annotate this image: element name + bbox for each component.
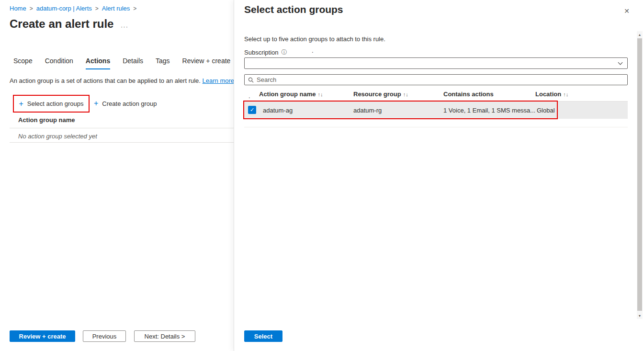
tab-actions[interactable]: Actions <box>86 57 110 69</box>
close-icon: ✕ <box>624 7 630 15</box>
column-header-action-group-name[interactable]: Action group name↑↓ <box>259 91 323 98</box>
add-icon: + <box>19 100 23 108</box>
tab-bar: Scope Condition Actions Details Tags Rev… <box>13 57 230 69</box>
column-header-contains-actions: Contains actions <box>443 91 494 98</box>
search-box <box>244 74 628 85</box>
sort-icon: ↑↓ <box>317 91 323 97</box>
select-all-indicator: . <box>249 92 250 100</box>
sort-icon: ↑↓ <box>403 91 408 97</box>
subscription-label-text: Subscription <box>244 49 279 56</box>
close-button[interactable]: ✕ <box>622 6 632 16</box>
column-header-resource-group[interactable]: Resource group↑↓ <box>353 91 408 98</box>
scroll-up-icon: ▲ <box>638 33 642 36</box>
scroll-down-icon: ▼ <box>638 314 642 317</box>
panel-title: Select action groups <box>244 4 343 15</box>
breadcrumb-link-alerts[interactable]: adatum-corp | Alerts <box>36 5 92 12</box>
select-action-groups-button[interactable]: + Select action groups <box>19 100 83 108</box>
scrollbar[interactable]: ▲ ▼ <box>637 31 643 319</box>
column-header-location[interactable]: Location↑↓ <box>535 91 568 98</box>
learn-more-link[interactable]: Learn more <box>203 77 234 84</box>
column-header-label: Contains actions <box>443 91 494 98</box>
scroll-up-button[interactable]: ▲ <box>637 31 643 38</box>
empty-state-message: No action group selected yet <box>18 133 97 140</box>
column-header-label: Action group name <box>259 91 316 98</box>
callout-select-action-groups: + Select action groups <box>13 95 90 113</box>
review-create-button[interactable]: Review + create <box>10 330 75 342</box>
action-group-name-header: Action group name <box>18 116 75 124</box>
screen: Home > adatum-corp | Alerts > Alert rule… <box>0 0 644 351</box>
tab-review-create[interactable]: Review + create <box>182 57 231 69</box>
tab-scope[interactable]: Scope <box>13 57 33 69</box>
scrollbar-thumb[interactable] <box>637 38 642 311</box>
select-action-groups-label: Select action groups <box>27 100 84 107</box>
search-icon <box>248 77 254 83</box>
create-action-group-label: Create action group <box>102 100 157 107</box>
create-action-group-button[interactable]: + Create action group <box>94 100 157 107</box>
more-options-button[interactable]: ··· <box>121 23 128 30</box>
breadcrumb-link-home[interactable]: Home <box>10 5 26 12</box>
next-details-button[interactable]: Next: Details > <box>134 330 195 342</box>
panel-subtitle: Select up to five action groups to attac… <box>244 35 385 43</box>
chevron-right-icon: > <box>133 5 136 12</box>
breadcrumb-link-alert-rules[interactable]: Alert rules <box>102 5 130 12</box>
dot: . <box>312 47 314 54</box>
search-input[interactable] <box>257 76 624 83</box>
sort-icon: ↑↓ <box>563 91 568 97</box>
chevron-down-icon <box>618 60 623 65</box>
callout-selected-row <box>243 101 558 119</box>
description-text: An action group is a set of actions that… <box>10 77 201 84</box>
tab-details[interactable]: Details <box>123 57 143 69</box>
chevron-right-icon: > <box>30 5 33 12</box>
page-title: Create an alert rule <box>10 17 113 31</box>
scroll-down-button[interactable]: ▼ <box>637 312 643 319</box>
divider <box>244 127 628 127</box>
chevron-right-icon: > <box>95 5 99 12</box>
column-header-label: Resource group <box>353 91 401 98</box>
breadcrumb: Home > adatum-corp | Alerts > Alert rule… <box>10 5 136 12</box>
add-icon: + <box>94 100 98 107</box>
select-button[interactable]: Select <box>244 330 282 342</box>
previous-button[interactable]: Previous <box>83 330 126 342</box>
info-icon[interactable]: ⓘ <box>282 48 287 57</box>
tab-tags[interactable]: Tags <box>156 57 170 69</box>
subscription-dropdown[interactable] <box>244 57 628 69</box>
tab-condition[interactable]: Condition <box>45 57 73 69</box>
subscription-label: Subscription ⓘ <box>244 48 287 57</box>
actions-description: An action group is a set of actions that… <box>10 77 234 84</box>
select-action-groups-panel: Select action groups ✕ Select up to five… <box>234 0 644 351</box>
column-header-label: Location <box>535 91 561 98</box>
